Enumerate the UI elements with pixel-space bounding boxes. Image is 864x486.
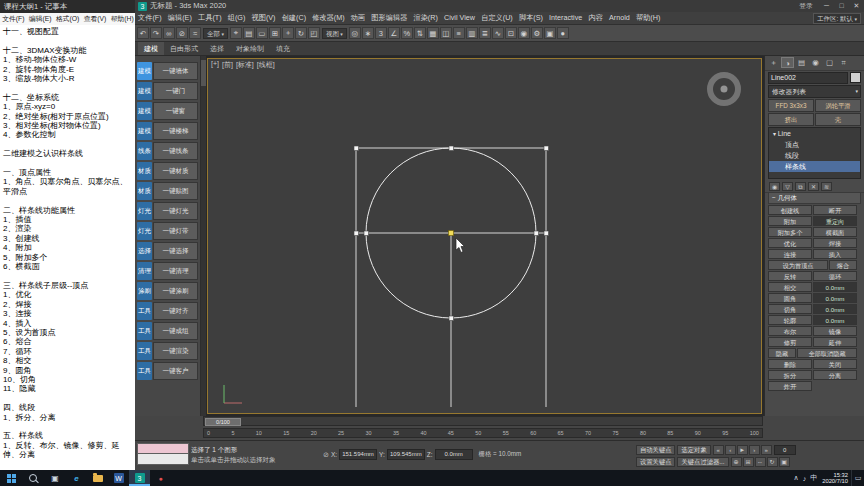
plugin-action-button[interactable]: 一键门: [153, 82, 198, 100]
bind-to-spacewarp-icon[interactable]: ≈: [189, 27, 201, 39]
geometry-button[interactable]: 设为首顶点: [768, 260, 828, 270]
current-frame-field[interactable]: 0: [774, 445, 796, 455]
rendered-frame-icon[interactable]: ▣: [544, 27, 556, 39]
plugin-category-chip[interactable]: 工具: [137, 322, 152, 340]
select-by-name-icon[interactable]: ▤: [243, 27, 255, 39]
select-and-scale-icon[interactable]: ◰: [308, 27, 320, 39]
object-color-swatch[interactable]: [850, 72, 861, 83]
sign-in-button[interactable]: 登录: [799, 1, 813, 11]
plugin-action-button[interactable]: 一键墙体: [153, 62, 198, 80]
go-to-end-icon[interactable]: »: [761, 445, 772, 455]
plugin-category-chip[interactable]: 工具: [137, 302, 152, 320]
geometry-button[interactable]: 删除: [768, 359, 812, 369]
go-to-start-icon[interactable]: «: [713, 445, 724, 455]
previous-frame-icon[interactable]: ‹: [725, 445, 736, 455]
workspace-selector[interactable]: 工作区: 默认: [813, 13, 861, 24]
menu-item[interactable]: 修改器(M): [309, 13, 348, 23]
maximize-button[interactable]: □: [834, 0, 849, 12]
schematic-view-icon[interactable]: ⊡: [505, 27, 517, 39]
plugin-category-chip[interactable]: 建模: [137, 82, 152, 100]
select-and-rotate-icon[interactable]: ↻: [295, 27, 307, 39]
percent-snap-icon[interactable]: %: [401, 27, 413, 39]
next-frame-icon[interactable]: ›: [749, 445, 760, 455]
geometry-button[interactable]: 附加: [768, 216, 812, 226]
zoom-icon[interactable]: ⊕: [731, 457, 742, 467]
plugin-action-button[interactable]: 一键灯带: [153, 222, 198, 240]
modifier-quick-button[interactable]: FFD 3x3x3: [768, 99, 814, 112]
viewport-layout-tabs[interactable]: [201, 56, 206, 416]
pin-stack-icon[interactable]: ◉: [769, 182, 780, 191]
task-view-button[interactable]: ▣: [44, 470, 66, 486]
menu-item[interactable]: 视图(V): [248, 13, 278, 23]
geometry-button[interactable]: 横截面: [813, 227, 857, 237]
select-and-link-icon[interactable]: ∞: [163, 27, 175, 39]
ribbon-tab[interactable]: 建模: [138, 42, 164, 55]
snap-toggle-icon[interactable]: 3: [375, 27, 387, 39]
plugin-category-chip[interactable]: 材质: [137, 162, 152, 180]
plugin-category-chip[interactable]: 建模: [137, 122, 152, 140]
minimize-button[interactable]: ─: [819, 0, 834, 12]
menu-item[interactable]: Arnold: [606, 13, 633, 23]
menu-item[interactable]: 内容: [585, 13, 606, 23]
render-production-icon[interactable]: ●: [557, 27, 569, 39]
menu-item[interactable]: 自定义(U): [478, 13, 516, 23]
utilities-tab[interactable]: ⌗: [837, 57, 850, 68]
hierarchy-tab[interactable]: ▤: [795, 57, 808, 68]
viewport-label-item[interactable]: [+]: [211, 60, 219, 70]
geometry-button[interactable]: 镜像: [813, 326, 857, 336]
tray-expand-icon[interactable]: ∧: [794, 474, 799, 482]
plugin-category-chip[interactable]: 选择: [137, 242, 152, 260]
geometry-button[interactable]: 轮廓: [768, 315, 812, 325]
start-button[interactable]: [0, 470, 22, 486]
geometry-button[interactable]: 布尔: [768, 326, 812, 336]
volume-icon[interactable]: ♪: [803, 475, 807, 482]
object-name-field[interactable]: Line002: [768, 72, 848, 84]
plugin-action-button[interactable]: 一键对齐: [153, 302, 198, 320]
pan-icon[interactable]: ⇔: [755, 457, 766, 467]
notepad-menu-item[interactable]: 文件(F): [0, 13, 27, 25]
menu-item[interactable]: 动画: [348, 13, 369, 23]
geometry-button[interactable]: 重定向: [813, 216, 857, 226]
plugin-category-chip[interactable]: 清理: [137, 262, 152, 280]
edge-icon[interactable]: e: [66, 470, 87, 486]
plugin-action-button[interactable]: 一键选择: [153, 242, 198, 260]
ribbon-tab[interactable]: 填充: [270, 42, 296, 55]
configure-modifier-sets-icon[interactable]: ≋: [821, 182, 832, 191]
screen-recorder-icon[interactable]: ●: [150, 470, 171, 486]
stack-subobject-item[interactable]: 样条线: [769, 161, 860, 172]
z-coordinate-field[interactable]: 0.0mm: [435, 449, 473, 460]
angle-snap-icon[interactable]: ∠: [388, 27, 400, 39]
viewport-label-item[interactable]: [标准]: [236, 60, 254, 70]
max-titlebar[interactable]: 3 无标题 - 3ds Max 2020 登录 ─□✕: [135, 0, 864, 12]
ribbon-tab[interactable]: 自由形式: [164, 42, 204, 55]
viewport-layout-tab[interactable]: [201, 60, 206, 86]
plugin-action-button[interactable]: 一键涂刷: [153, 282, 198, 300]
menu-item[interactable]: 编辑(E): [165, 13, 195, 23]
select-and-move-icon[interactable]: ＋: [282, 27, 294, 39]
unlink-selection-icon[interactable]: ⊘: [176, 27, 188, 39]
zoom-extents-icon[interactable]: ⊞: [743, 457, 754, 467]
stack-root-item[interactable]: Line: [769, 128, 860, 139]
geometry-button[interactable]: 断开: [813, 205, 857, 215]
maximize-viewport-toggle-icon[interactable]: ▣: [779, 457, 790, 467]
window-crossing-icon[interactable]: ⊞: [269, 27, 281, 39]
notification-center-button[interactable]: ▭: [851, 470, 864, 486]
remove-modifier-icon[interactable]: ✕: [808, 182, 819, 191]
plugin-action-button[interactable]: 一键贴图: [153, 182, 198, 200]
modifier-quick-button[interactable]: 壳: [815, 113, 861, 126]
modifier-quick-button[interactable]: 涡轮平滑: [815, 99, 861, 112]
motion-tab[interactable]: ◉: [809, 57, 822, 68]
plugin-action-button[interactable]: 一键成组: [153, 322, 198, 340]
plugin-action-button[interactable]: 一键窗: [153, 102, 198, 120]
spinner-snap-icon[interactable]: ⇅: [414, 27, 426, 39]
material-editor-icon[interactable]: ◉: [518, 27, 530, 39]
selection-filter-dropdown[interactable]: 全部: [203, 28, 228, 39]
notepad-menu-item[interactable]: 格式(O): [54, 13, 82, 25]
plugin-category-chip[interactable]: 工具: [137, 362, 152, 380]
taskbar-clock[interactable]: 15:32 2020/7/10: [819, 472, 851, 485]
plugin-category-chip[interactable]: 线条: [137, 142, 152, 160]
geometry-button[interactable]: 圆角: [768, 293, 812, 303]
modifier-list-dropdown[interactable]: 修改器列表: [768, 85, 861, 98]
y-coordinate-field[interactable]: 109.545mm: [387, 449, 425, 460]
display-tab[interactable]: ▢: [823, 57, 836, 68]
